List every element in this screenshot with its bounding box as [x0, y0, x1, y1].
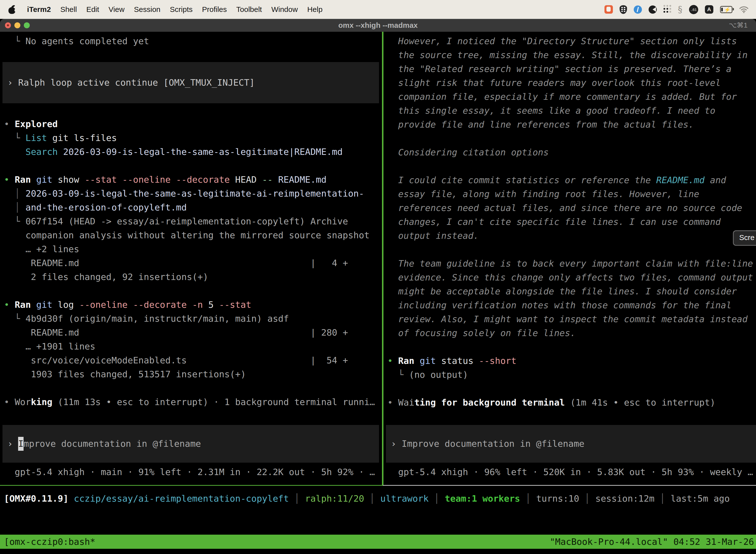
- text-segment: slight risk that future readers may over…: [387, 78, 721, 88]
- text-segment: show: [52, 174, 79, 185]
- text-segment: --decorate: [128, 299, 187, 310]
- menu-bar: iTerm2 Shell Edit View Session Scripts P…: [0, 0, 756, 19]
- text-segment: --oneline: [117, 174, 171, 185]
- terminal-line: … +2 lines: [4, 242, 382, 256]
- terminal-line: └ (no output): [387, 368, 756, 382]
- text-segment: │: [4, 202, 25, 213]
- menu-item-view[interactable]: View: [104, 0, 129, 19]
- menu-item-toolbelt[interactable]: Toolbelt: [232, 0, 267, 19]
- terminal-line: • Ran git show --stat --oneline --decora…: [4, 173, 382, 187]
- text-segment: 2026-03-09-is-legal-the-same-as-legitima…: [25, 188, 364, 199]
- terminal-line: • Working (11m 13s • esc to interrupt) ·…: [4, 395, 382, 409]
- menu-item-edit[interactable]: Edit: [82, 0, 104, 19]
- text-segment: --oneline: [74, 299, 128, 310]
- terminal-line: review. Also, I might want to inspect th…: [387, 312, 756, 326]
- left-pane[interactable]: └ No agents completed yet› Ralph loop ac…: [0, 32, 382, 485]
- menu-item-shell[interactable]: Shell: [56, 0, 82, 19]
- shield-grid-icon[interactable]: [620, 5, 627, 14]
- blank-line: [387, 409, 756, 425]
- blank-line: [4, 103, 382, 117]
- blank-line: [4, 48, 382, 62]
- text-segment: the source tree, missing the essay. Stil…: [387, 50, 748, 60]
- terminal-line: might be acceptable alongside the file l…: [387, 284, 756, 298]
- prompt-input-box[interactable]: › Improve documentation in @filename: [2, 425, 379, 463]
- text-segment: 1903 files changed, 513517 insertions(+): [4, 369, 246, 379]
- chat-bubble-icon[interactable]: [605, 5, 613, 14]
- text-segment: 2026-03-09-is-legal-the-same-as-legitima…: [58, 147, 343, 157]
- menu-item-help[interactable]: Help: [303, 0, 327, 19]
- terminal-line: • Ran git status --short: [387, 354, 756, 368]
- terminal-line: Search 2026-03-09-is-legal-the-same-as-l…: [4, 145, 382, 159]
- terminal-line: • Explored: [4, 117, 382, 131]
- squiggle-icon[interactable]: §: [678, 5, 682, 14]
- wifi-icon[interactable]: [739, 5, 749, 14]
- text-segment: -n: [187, 299, 203, 310]
- terminal-line: └ List git ls-files: [4, 131, 382, 145]
- text-segment: The team guideline is to back every impo…: [387, 258, 753, 269]
- text-segment: output instead.: [387, 231, 479, 241]
- title-bar: omx --xhigh --madmax ⌥⌘1: [0, 19, 756, 32]
- window-title: omx --xhigh --madmax: [0, 19, 756, 32]
- text-segment: HEAD: [230, 174, 256, 185]
- text-segment: gpt-5.4 xhigh · main · 91% left · 2.31M …: [4, 467, 375, 477]
- text-segment: Wai: [398, 397, 414, 407]
- terminal-line: output instead.: [387, 229, 756, 243]
- text-segment: 5: [203, 299, 213, 310]
- text-segment: (11m 13s • esc to interrupt) · 1 backgro…: [52, 397, 375, 407]
- terminal-line: src/voice/voiceModeEnabled.ts | 54 +: [4, 353, 382, 367]
- text-segment: │: [520, 493, 536, 504]
- text-segment: Ran: [398, 356, 414, 366]
- dots-grid-icon[interactable]: [664, 5, 671, 14]
- text-segment: Considering citation options: [387, 147, 549, 157]
- menu-item-session[interactable]: Session: [129, 0, 165, 19]
- text-segment: of focusing solely on file lines.: [387, 328, 576, 338]
- terminal-line: including verification notes with those …: [387, 298, 756, 312]
- text-segment: Ran: [15, 299, 31, 310]
- percent-badge-icon[interactable]: ..61: [689, 5, 698, 14]
- text-segment: └: [387, 370, 409, 380]
- text-segment: the "Related research writing" section i…: [387, 64, 732, 74]
- text-segment: and: [705, 175, 726, 185]
- blank-line: [387, 382, 756, 396]
- text-segment: Explored: [15, 119, 58, 129]
- kaleidoscope-icon[interactable]: [649, 5, 657, 14]
- menu-item-scripts[interactable]: Scripts: [165, 0, 197, 19]
- screen-notification-overlay: Scre: [733, 230, 756, 246]
- tmux-status-bar: [omx-cczip0:bash* "MacBook-Pro-44.local"…: [0, 535, 756, 549]
- blank-line: [387, 463, 756, 465]
- text-segment: ›: [7, 437, 18, 451]
- terminal-line: of focusing solely on file lines.: [387, 326, 756, 340]
- text-segment: companion file, especially if more comme…: [387, 92, 737, 102]
- text-segment: │: [429, 493, 445, 504]
- text-segment: --decorate: [171, 174, 230, 185]
- omx-status-text: [OMX#0.11.9] cczip/essay/ai-reimplementa…: [4, 492, 756, 506]
- model-status-line: gpt-5.4 xhigh · main · 91% left · 2.31M …: [4, 465, 382, 479]
- text-segment: Improve documentation in @filename: [401, 437, 584, 451]
- text-segment: README.md: [656, 175, 705, 185]
- text-segment: •: [387, 356, 398, 366]
- terminal-line: └ No agents completed yet: [4, 34, 382, 48]
- menu-item-window[interactable]: Window: [267, 0, 303, 19]
- menu-item-iterm2[interactable]: iTerm2: [22, 0, 56, 19]
- right-pane[interactable]: However, I noticed the "Directory Struct…: [383, 32, 756, 485]
- ralph-loop-box[interactable]: › Ralph loop active continue [OMX_TMUX_I…: [2, 62, 379, 103]
- text-segment: [4, 147, 25, 157]
- terminal-line: README.md | 280 +: [4, 326, 382, 340]
- prompt-input-box[interactable]: › Improve documentation in @filename: [386, 425, 756, 463]
- terminal-line: └ 4b9d30f (origin/main, instructkr/main,…: [4, 312, 382, 326]
- menu-item-profiles[interactable]: Profiles: [197, 0, 232, 19]
- text-segment: team:1 workers: [445, 493, 520, 504]
- apple-menu-icon[interactable]: [8, 5, 16, 14]
- battery-icon[interactable]: ⚡: [720, 6, 733, 13]
- right-pane-content: However, I noticed the "Directory Struct…: [387, 34, 756, 479]
- menu-status-icons: § ..61 A ⚡: [605, 5, 749, 14]
- text-segment: •: [4, 174, 15, 185]
- a-badge-icon[interactable]: A: [705, 5, 713, 14]
- terminal-line: essay file, along with finding root file…: [387, 187, 756, 201]
- text-segment: king: [31, 397, 52, 407]
- terminal-line: • Ran git log --oneline --decorate -n 5 …: [4, 298, 382, 312]
- terminal-line: The team guideline is to back every impo…: [387, 257, 756, 271]
- text-segment: review. Also, I might want to inspect th…: [387, 314, 748, 324]
- text-segment: mprove documentation in @filename: [23, 437, 201, 451]
- blue-badge-icon[interactable]: [634, 5, 642, 14]
